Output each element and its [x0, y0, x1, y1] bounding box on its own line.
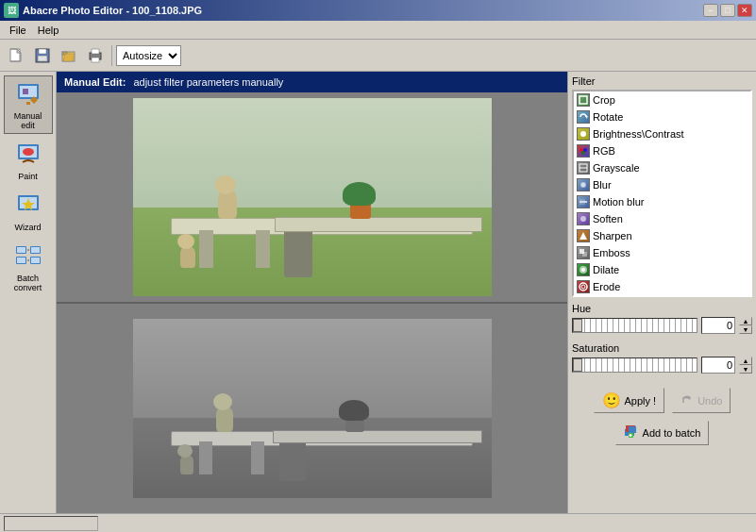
- new-icon: [8, 48, 24, 63]
- filter-icon-grayscale: [577, 161, 590, 175]
- maximize-button[interactable]: □: [720, 4, 735, 17]
- svg-rect-15: [23, 89, 28, 94]
- svg-point-50: [580, 283, 587, 291]
- filter-item-rgb[interactable]: RGB: [574, 142, 750, 159]
- filter-icon-emboss: [577, 246, 590, 259]
- filter-item-dilate[interactable]: Dilate: [574, 261, 750, 278]
- batch-convert-icon: [13, 241, 43, 272]
- menu-help[interactable]: Help: [32, 23, 65, 38]
- filter-item-brightness-contrast[interactable]: Brightness\Contrast: [574, 125, 750, 142]
- save-button[interactable]: [30, 43, 55, 68]
- filter-item-crop[interactable]: Crop: [574, 91, 750, 108]
- filter-icon-soften: [577, 212, 590, 225]
- svg-point-33: [580, 131, 586, 137]
- undo-button[interactable]: Undo: [672, 388, 731, 413]
- wizard-label: Wizard: [14, 223, 41, 232]
- filter-icon-motion-blur: [577, 195, 590, 208]
- sidebar-item-wizard[interactable]: Wizard: [4, 187, 53, 236]
- filter-item-soften[interactable]: Soften: [574, 210, 750, 227]
- title-bar: 🖼 Abacre Photo Editor - 100_1108.JPG − □…: [0, 0, 756, 21]
- open-icon: [61, 48, 76, 63]
- image-area: [57, 92, 567, 513]
- svg-rect-57: [629, 426, 636, 433]
- svg-rect-6: [39, 49, 46, 54]
- svg-rect-31: [580, 96, 587, 104]
- add-to-batch-container: Add to batch: [572, 419, 752, 447]
- filter-item-emboss[interactable]: Emboss: [574, 244, 750, 261]
- filter-item-erode[interactable]: Erode: [574, 278, 750, 295]
- svg-point-19: [23, 148, 34, 156]
- filter-icon-dilate: [577, 263, 590, 276]
- hue-label: Hue: [572, 303, 752, 314]
- filter-item-motion-blur[interactable]: Motion blur: [574, 193, 750, 210]
- minimize-button[interactable]: −: [703, 4, 718, 17]
- add-to-batch-button[interactable]: Add to batch: [615, 421, 710, 445]
- status-bar: [0, 513, 756, 532]
- hue-spinner: ▲ ▼: [739, 317, 752, 334]
- filter-icon-rgb: [577, 144, 590, 158]
- top-image: [133, 98, 492, 296]
- svg-rect-16: [26, 102, 30, 105]
- svg-rect-30: [31, 258, 40, 263]
- window-title: Abacre Photo Editor - 100_1108.JPG: [23, 5, 202, 16]
- new-button[interactable]: [4, 43, 28, 68]
- svg-rect-26: [31, 247, 40, 253]
- saturation-input[interactable]: 0: [701, 357, 735, 374]
- filter-icon-rotate: [577, 110, 590, 124]
- saturation-slider[interactable]: [572, 357, 697, 373]
- autosize-select[interactable]: Autosize 100% 75% 50% 25%: [116, 45, 181, 66]
- filter-item-rotate[interactable]: Rotate: [574, 108, 750, 125]
- svg-point-49: [581, 268, 585, 272]
- filter-label: Filter: [572, 75, 752, 87]
- svg-point-44: [580, 216, 586, 222]
- filter-item-grayscale[interactable]: Grayscale: [574, 159, 750, 176]
- info-bar: Manual Edit: adjust filter parameters ma…: [57, 72, 567, 92]
- svg-rect-11: [92, 49, 99, 54]
- sidebar-item-batch-convert[interactable]: Batchconvert: [4, 238, 53, 296]
- sidebar-item-manual-edit[interactable]: Manualedit: [4, 75, 53, 134]
- saturation-spinner: ▲ ▼: [739, 357, 752, 374]
- filter-item-sharpen[interactable]: Sharpen: [574, 227, 750, 244]
- sidebar-item-paint[interactable]: Paint: [4, 136, 53, 185]
- right-panel: Filter Crop Rotate: [567, 72, 756, 513]
- filter-item-colorize[interactable]: Colorize ▼: [574, 295, 750, 297]
- hue-input[interactable]: 0: [701, 317, 735, 334]
- left-sidebar: Manualedit Paint Wizard: [0, 72, 57, 513]
- apply-button[interactable]: 🙂 Apply !: [594, 388, 665, 413]
- toolbar-separator: [111, 45, 112, 66]
- saturation-increment[interactable]: ▲: [739, 357, 752, 365]
- svg-rect-47: [582, 252, 587, 257]
- hue-increment[interactable]: ▲: [739, 317, 752, 325]
- batch-convert-label: Batchconvert: [14, 274, 42, 292]
- menu-file[interactable]: File: [4, 23, 32, 38]
- hue-decrement[interactable]: ▼: [739, 325, 752, 334]
- save-icon: [35, 48, 50, 63]
- action-buttons: 🙂 Apply ! Undo: [572, 388, 752, 413]
- open-button[interactable]: [57, 43, 81, 68]
- content-area: Manual Edit: adjust filter parameters ma…: [57, 72, 567, 513]
- app-icon: 🖼: [4, 3, 19, 18]
- main-area: Manualedit Paint Wizard: [0, 72, 756, 513]
- print-button[interactable]: [83, 43, 108, 68]
- saturation-decrement[interactable]: ▼: [739, 365, 752, 374]
- window-controls: − □ ✕: [703, 4, 752, 17]
- saturation-slider-row: 0 ▲ ▼: [572, 357, 752, 374]
- info-bar-description: adjust filter parameters manually: [133, 76, 283, 88]
- close-button[interactable]: ✕: [737, 4, 752, 17]
- wizard-icon: [13, 191, 43, 221]
- toolbar: Autosize 100% 75% 50% 25%: [0, 40, 756, 72]
- filter-section: Filter Crop Rotate: [572, 75, 752, 297]
- svg-marker-45: [580, 232, 587, 240]
- print-icon: [88, 48, 103, 63]
- saturation-section: Saturation 0 ▲ ▼: [572, 342, 752, 376]
- hue-slider[interactable]: [572, 318, 697, 333]
- filter-list[interactable]: Crop Rotate Brightness\Contrast: [572, 90, 752, 297]
- filter-icon-blur: [577, 178, 590, 191]
- bottom-image: [133, 319, 492, 498]
- manual-edit-label: Manualedit: [14, 111, 42, 130]
- hue-section: Hue 0 ▲ ▼: [572, 303, 752, 337]
- svg-rect-28: [17, 258, 25, 263]
- svg-point-40: [581, 183, 585, 187]
- saturation-label: Saturation: [572, 342, 752, 354]
- filter-item-blur[interactable]: Blur: [574, 176, 750, 193]
